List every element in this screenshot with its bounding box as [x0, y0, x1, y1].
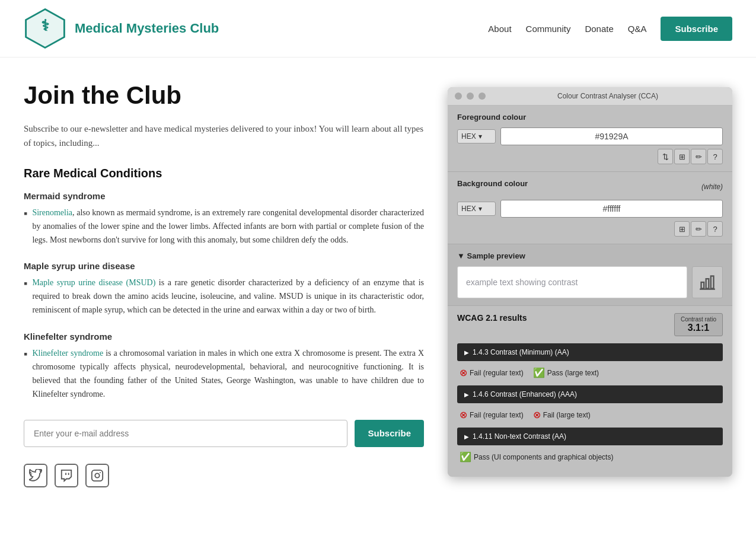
cca-foreground-section: Foreground colour HEX ▾ ⇅ ⊞ ✏ ? — [448, 106, 732, 172]
page-title: Join the Club — [24, 81, 424, 110]
result-text-4: Fail (large text) — [543, 411, 591, 419]
link-klinefelter[interactable]: Klinefelter syndrome — [32, 349, 103, 358]
result-text-2: Pass (large text) — [547, 369, 599, 377]
criterion-label-1: 1.4.3 Contrast (Minimum) (AA) — [473, 348, 569, 356]
bg-label-row: Background colour (white) — [457, 179, 723, 194]
result-2-regular: ⊗ Fail (regular text) — [460, 409, 524, 420]
instagram-icon[interactable] — [85, 464, 109, 487]
bullet-item-mermaid: ▪ Sirenomelia, also known as mermaid syn… — [24, 206, 424, 247]
email-subscribe-area: Subscribe — [24, 420, 424, 447]
criterion-1-4-11[interactable]: ▶ 1.4.11 Non-text Contrast (AA) — [457, 428, 723, 445]
titlebar-dot-yellow — [467, 93, 474, 100]
cca-window: Colour Contrast Analyser (CCA) Foregroun… — [448, 87, 732, 477]
main-content: Join the Club Subscribe to our e-newslet… — [0, 58, 756, 511]
contrast-ratio-label: Contrast ratio — [681, 316, 716, 323]
titlebar-dot-green — [479, 93, 486, 100]
bullet-item-msud: ▪ Maple syrup urine disease (MSUD) is a … — [24, 276, 424, 317]
bullet-item-klinefelter: ▪ Klinefelter syndrome is a chromosomal … — [24, 346, 424, 401]
site-header: ⚕ Medical Mysteries Club About Community… — [0, 0, 756, 58]
result-1-regular: ⊗ Fail (regular text) — [460, 367, 524, 378]
criterion-1-4-3-results: ⊗ Fail (regular text) ✅ Pass (large text… — [457, 365, 723, 381]
fg-eyedropper-icon[interactable]: ✏ — [691, 149, 706, 164]
result-text-5: Pass (UI components and graphical object… — [474, 453, 613, 461]
criterion-arrow-1: ▶ — [464, 349, 469, 356]
bg-input-row: HEX ▾ — [457, 200, 723, 218]
content-block-mermaid: Mermaid syndrome ▪ Sirenomelia, also kno… — [24, 191, 424, 247]
nav-community[interactable]: Community — [526, 24, 571, 34]
fg-hex-input[interactable] — [500, 127, 723, 145]
email-input[interactable] — [24, 420, 347, 447]
fg-sliders-icon[interactable]: ⊞ — [674, 149, 690, 164]
cca-titlebar: Colour Contrast Analyser (CCA) — [448, 87, 732, 106]
bg-eyedropper-icon[interactable]: ✏ — [691, 221, 706, 237]
bullet-text-mermaid: Sirenomelia, also known as mermaid syndr… — [32, 206, 424, 247]
result-2-large: ⊗ Fail (large text) — [533, 409, 591, 420]
bg-hex-input[interactable] — [500, 200, 723, 218]
intro-text: Subscribe to our e-newsletter and have m… — [24, 122, 424, 150]
content-block-klinefelter: Klinefelter syndrome ▪ Klinefelter syndr… — [24, 331, 424, 401]
chart-icon[interactable] — [692, 266, 723, 298]
cca-background-section: Background colour (white) HEX ▾ ⊞ ✏ ? — [448, 172, 732, 244]
criterion-1-4-6-results: ⊗ Fail (regular text) ⊗ Fail (large text… — [457, 407, 723, 423]
fg-format-select[interactable]: HEX ▾ — [457, 129, 496, 143]
nav-donate[interactable]: Donate — [585, 24, 613, 34]
pass-icon-2: ✅ — [460, 451, 471, 463]
site-logo: ⚕ — [24, 7, 66, 50]
fg-label: Foreground colour — [457, 113, 723, 122]
fg-help-icon[interactable]: ? — [707, 149, 723, 164]
fg-dropdown-arrow: ▾ — [479, 132, 482, 141]
bullet-marker-2: ▪ — [24, 276, 27, 317]
header-subscribe-button[interactable]: Subscribe — [661, 17, 732, 41]
criterion-1-4-3[interactable]: ▶ 1.4.3 Contrast (Minimum) (AA) — [457, 343, 723, 361]
site-title[interactable]: Medical Mysteries Club — [75, 21, 219, 36]
fail-icon-3: ⊗ — [533, 409, 541, 420]
fg-format-label: HEX — [461, 132, 476, 141]
item-title-klinefelter: Klinefelter syndrome — [24, 331, 424, 342]
bullet-marker: ▪ — [24, 206, 27, 247]
criterion-arrow-3: ▶ — [464, 433, 469, 440]
bullet-marker-3: ▪ — [24, 346, 27, 401]
cca-preview-section: ▼ Sample preview example text showing co… — [448, 244, 732, 306]
bg-help-icon[interactable]: ? — [707, 221, 723, 237]
svg-rect-5 — [701, 282, 704, 289]
fg-swap-icon[interactable]: ⇅ — [658, 149, 673, 164]
nav-qa[interactable]: Q&A — [628, 24, 647, 34]
fg-icon-group: ⇅ ⊞ ✏ ? — [457, 149, 723, 164]
bg-icon-group: ⊞ ✏ ? — [457, 221, 723, 237]
mermaid-body: , also known as mermaid syndrome, is an … — [32, 208, 424, 244]
wcag-title: WCAG 2.1 results — [457, 313, 527, 323]
titlebar-dot-red — [455, 93, 462, 100]
sample-text-box: example text showing contrast — [457, 266, 687, 298]
cca-wcag-section: WCAG 2.1 results Contrast ratio 3.1:1 ▶ … — [448, 306, 732, 477]
criterion-label-2: 1.4.6 Contrast (Enhanced) (AAA) — [473, 390, 577, 398]
nav-about[interactable]: About — [488, 24, 511, 34]
twitter-icon[interactable] — [24, 464, 47, 487]
result-1-large: ✅ Pass (large text) — [533, 367, 599, 378]
bg-label: Background colour — [457, 179, 528, 188]
result-text-1: Fail (regular text) — [470, 369, 524, 377]
contrast-ratio-box: Contrast ratio 3.1:1 — [674, 313, 723, 336]
preview-row: example text showing contrast — [457, 266, 723, 298]
criterion-label-3: 1.4.11 Non-text Contrast (AA) — [473, 432, 566, 441]
twitch-icon[interactable] — [55, 464, 78, 487]
bg-sliders-icon[interactable]: ⊞ — [674, 221, 690, 237]
fg-input-row: HEX ▾ — [457, 127, 723, 145]
result-3-ui: ✅ Pass (UI components and graphical obje… — [460, 451, 613, 463]
wcag-header-row: WCAG 2.1 results Contrast ratio 3.1:1 — [457, 313, 723, 336]
preview-header: ▼ Sample preview — [457, 251, 723, 260]
link-sirenomelia[interactable]: Sirenomelia — [32, 208, 72, 217]
contrast-ratio-value: 3.1:1 — [688, 323, 709, 333]
social-icons — [24, 464, 424, 487]
cca-window-area: Colour Contrast Analyser (CCA) Foregroun… — [448, 81, 732, 487]
bullet-text-msud: Maple syrup urine disease (MSUD) is a ra… — [32, 276, 424, 317]
svg-text:⚕: ⚕ — [41, 17, 49, 34]
subscribe-button[interactable]: Subscribe — [355, 420, 424, 447]
item-title-msud: Maple syrup urine disease — [24, 261, 424, 271]
criterion-1-4-6[interactable]: ▶ 1.4.6 Contrast (Enhanced) (AAA) — [457, 385, 723, 403]
bg-format-select[interactable]: HEX ▾ — [457, 202, 496, 216]
pass-icon-1: ✅ — [533, 367, 545, 378]
bullet-text-klinefelter: Klinefelter syndrome is a chromosomal va… — [32, 346, 424, 401]
content-block-msud: Maple syrup urine disease ▪ Maple syrup … — [24, 261, 424, 317]
link-msud[interactable]: Maple syrup urine disease (MSUD) — [32, 278, 155, 287]
cca-title: Colour Contrast Analyser (CCA) — [490, 92, 725, 100]
